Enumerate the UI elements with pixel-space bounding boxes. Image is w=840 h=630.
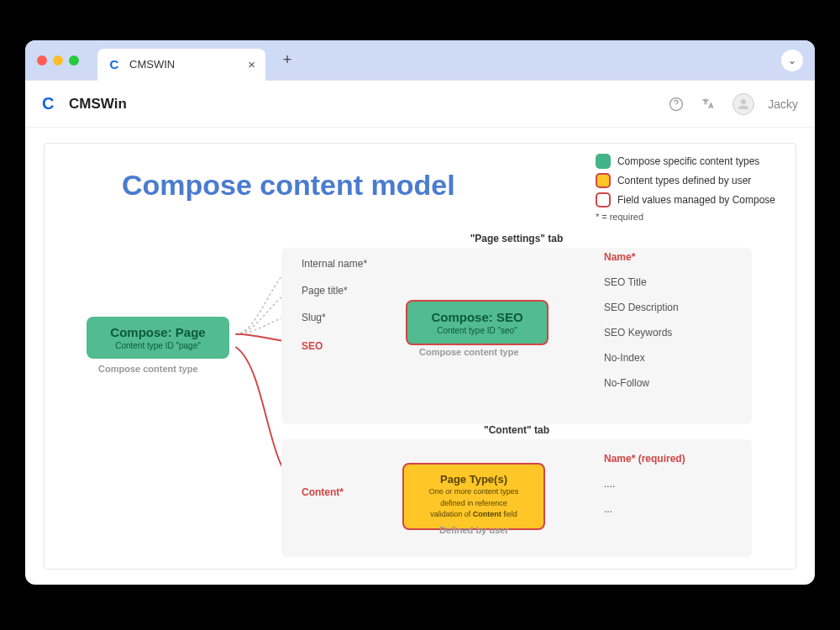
node-caption: Compose content type [419,347,519,357]
legend-note: * = required [596,212,775,222]
user-name: Jacky [768,97,798,111]
node-caption: Compose content type [98,364,198,374]
legend-item: Field values managed by Compose [596,192,775,207]
brand[interactable]: C CMSWin [42,94,127,114]
node-subtitle: Content type ID "page" [98,341,218,350]
node-subtitle: Content type ID "seo" [419,326,535,335]
language-icon[interactable] [699,95,717,113]
content-area: Compose content model Compose specific c… [25,128,815,585]
svg-point-2 [741,99,746,104]
field-seo-keywords: SEO Keywords [604,327,672,339]
traffic-lights [37,55,79,66]
node-title: Compose: Page [98,325,218,339]
browser-chrome: C CMSWIN × + ⌄ [25,40,815,81]
node-compose-seo: Compose: SEO Content type ID "seo" [406,300,549,345]
node-title: Compose: SEO [419,310,535,324]
maximize-window-icon[interactable] [69,55,79,66]
node-caption: Defined by user [439,525,509,535]
legend-item: Content types defined by user [596,173,775,188]
legend-label: Field values managed by Compose [617,194,775,206]
brand-name: CMSWin [69,96,127,113]
field-slug: Slug* [302,312,326,323]
node-compose-page: Compose: Page Content type ID "page" [87,317,229,359]
field-seo: SEO [302,340,323,352]
minimize-window-icon[interactable] [53,55,63,66]
node-subtitle-2: defined in reference [416,499,532,509]
legend: Compose specific content types Content t… [596,154,775,222]
node-subtitle-1: One or more content types [416,487,532,497]
field-internal-name: Internal name* [302,258,367,270]
avatar-icon[interactable] [732,93,754,115]
browser-tab[interactable]: C CMSWIN × [97,49,265,81]
tab-close-icon[interactable]: × [248,57,255,71]
diagram-panel: Compose content model Compose specific c… [44,143,796,570]
field-pagetype-etc2: ... [604,503,612,515]
node-page-types: Page Type(s) One or more content types d… [402,463,545,530]
panel-label: "Page settings" tab [470,233,564,244]
app-header: C CMSWin Jacky [25,81,815,128]
diagram: Compose: Page Content type ID "page" Com… [45,239,795,560]
brand-logo-icon: C [42,94,62,114]
tab-list-button[interactable]: ⌄ [781,50,803,71]
tab-title: CMSWIN [129,58,175,71]
legend-swatch-yellow [596,173,611,188]
legend-swatch-red [596,192,611,207]
new-tab-button[interactable]: + [277,50,297,71]
field-no-follow: No-Follow [604,377,649,389]
field-content: Content* [302,486,344,498]
help-icon[interactable] [667,95,685,113]
close-window-icon[interactable] [37,55,47,66]
legend-label: Compose specific content types [617,155,759,167]
node-subtitle-3: validation of Content field [416,510,532,520]
legend-swatch-green [596,154,611,169]
field-seo-title: SEO Title [604,276,647,288]
legend-label: Content types defined by user [617,175,751,186]
svg-point-1 [676,107,677,108]
app-window: C CMSWIN × + ⌄ C CMSWin [25,40,815,585]
field-no-index: No-Index [604,352,645,364]
field-pagetype-etc1: .... [604,478,615,490]
legend-item: Compose specific content types [596,154,775,169]
panel-label: "Content" tab [484,424,549,436]
field-page-title: Page title* [302,285,348,297]
favicon-icon: C [108,58,121,71]
field-seo-name: Name* [604,251,635,263]
field-seo-description: SEO Description [604,302,679,313]
field-pagetype-name: Name* (required) [604,453,685,465]
node-title: Page Type(s) [416,473,532,486]
